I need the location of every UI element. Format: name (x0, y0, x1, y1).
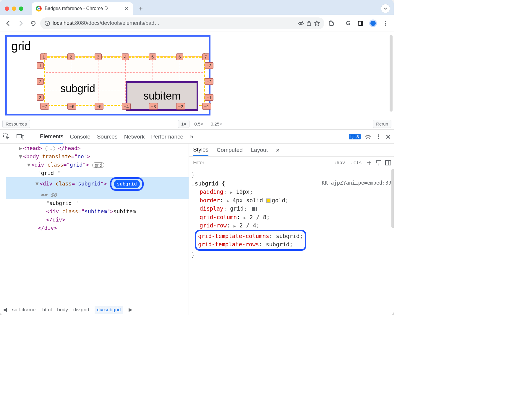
gridline-num: 4 (122, 53, 129, 60)
gridline-num: 2 (67, 53, 74, 60)
styles-scrollbar[interactable] (391, 169, 394, 228)
gridline-num: −2 (205, 78, 213, 85)
settings-icon[interactable] (365, 134, 371, 140)
close-window[interactable] (5, 6, 9, 11)
cls-toggle[interactable]: .cls (349, 159, 363, 166)
more-styles-tabs[interactable]: » (276, 146, 280, 154)
extensions-button[interactable] (326, 18, 337, 29)
gridline-num: 1 (37, 62, 44, 69)
close-tab-icon[interactable]: ✕ (124, 5, 129, 12)
side-panel-button[interactable] (355, 18, 366, 29)
tab-network[interactable]: Network (124, 134, 145, 140)
zoom-025x[interactable]: 0.25× (208, 120, 225, 128)
dom-tree[interactable]: ▶<head> … </head> ▼<body translate="no">… (0, 144, 189, 315)
crumb-item-active[interactable]: div.subgrid (95, 306, 123, 314)
subitem-label: subitem (143, 90, 181, 102)
maximize-window[interactable] (19, 6, 23, 11)
devtools: Elements Console Sources Network Perform… (0, 130, 394, 315)
crumb-item[interactable]: div.grid (73, 307, 89, 313)
subgrid-badge-callout: subgrid (110, 177, 143, 191)
window-controls (5, 6, 23, 11)
svg-rect-19 (376, 161, 381, 163)
tab-strip: Badges reference - Chrome D ✕ ＋ (0, 0, 394, 15)
tab-performance[interactable]: Performance (151, 134, 183, 140)
styles-filter-input[interactable] (191, 160, 330, 166)
tab-console[interactable]: Console (70, 134, 90, 140)
grid-badge[interactable]: grid (92, 162, 104, 168)
forward-button[interactable] (15, 18, 26, 29)
tab-computed[interactable]: Computed (217, 147, 243, 153)
close-devtools-icon[interactable] (385, 134, 391, 139)
chevron-down-icon (383, 6, 388, 11)
browser-menu-button[interactable] (380, 18, 391, 29)
svg-point-9 (385, 23, 386, 24)
devtools-tabs: Elements Console Sources Network Perform… (0, 130, 394, 144)
crumb-next[interactable]: ▶ (129, 307, 132, 313)
devtools-menu-icon[interactable] (375, 134, 381, 140)
svg-rect-24 (256, 207, 257, 209)
crumb-prev[interactable]: ◀ (3, 307, 7, 313)
star-icon[interactable] (314, 20, 320, 27)
gridline-num: −2 (176, 103, 185, 110)
gridline-num: 2 (37, 78, 44, 85)
crumb-item[interactable]: body (57, 307, 68, 313)
issues-badge[interactable]: 8 (349, 134, 361, 139)
gridline-num: 3 (95, 53, 102, 60)
eye-off-icon[interactable] (298, 20, 304, 27)
tab-sources[interactable]: Sources (97, 134, 118, 140)
new-style-rule-icon[interactable] (366, 159, 372, 166)
profile-button[interactable] (368, 18, 378, 29)
svg-rect-14 (351, 135, 355, 138)
browser-tab[interactable]: Badges reference - Chrome D ✕ (32, 2, 133, 15)
gridline-num: −1 (202, 103, 211, 110)
share-icon[interactable] (306, 20, 312, 26)
gridline-num: 3 (37, 94, 44, 101)
hov-toggle[interactable]: :hov (333, 159, 346, 166)
svg-rect-1 (47, 23, 48, 25)
crumb-item[interactable]: html (42, 307, 52, 313)
source-link[interactable]: KKrajpZ?ani…pe=embed:39 (322, 179, 391, 187)
tab-elements[interactable]: Elements (40, 133, 63, 144)
minimize-window[interactable] (12, 6, 16, 11)
svg-point-18 (378, 138, 379, 139)
gridline-num: −3 (149, 103, 158, 110)
zoom-05x[interactable]: 0.5× (191, 120, 206, 128)
zoom-1x[interactable]: 1× (178, 120, 189, 128)
rerun-button[interactable]: Rerun (373, 120, 391, 128)
gridline-num: 5 (149, 53, 156, 60)
svg-point-17 (378, 136, 379, 137)
address-bar[interactable]: localhost:8080/docs/devtools/elements/ba… (40, 17, 324, 29)
grid-editor-icon[interactable] (252, 207, 257, 211)
tab-layout[interactable]: Layout (251, 147, 268, 153)
subgrid-badge[interactable]: subgrid (114, 180, 140, 188)
css-rule[interactable]: } .subgrid {KKrajpZ?ani…pe=embed:39 padd… (189, 169, 394, 261)
tab-title: Badges reference - Chrome D (45, 6, 121, 11)
svg-point-8 (385, 21, 386, 22)
format-icon[interactable] (375, 159, 382, 166)
reload-button[interactable] (28, 18, 38, 29)
crumb-item[interactable]: sult-iframe. (12, 307, 37, 313)
color-swatch[interactable] (266, 198, 270, 203)
computed-panel-icon[interactable] (385, 159, 391, 166)
url-text: localhost:8080/docs/devtools/elements/ba… (53, 20, 160, 26)
gridline-num: −3 (205, 62, 213, 69)
svg-rect-12 (17, 134, 22, 138)
svg-point-15 (367, 136, 369, 138)
device-toggle-icon[interactable] (17, 134, 24, 140)
google-account-shortcut[interactable]: G (343, 18, 354, 29)
browser-toolbar: localhost:8080/docs/devtools/elements/ba… (0, 15, 394, 32)
resources-button[interactable]: Resources (2, 120, 30, 128)
gridline-num: −5 (95, 103, 103, 110)
tab-styles[interactable]: Styles (193, 146, 208, 156)
gridline-num: −6 (67, 103, 76, 110)
svg-rect-2 (47, 22, 48, 22)
back-button[interactable] (3, 18, 14, 29)
svg-point-16 (378, 134, 379, 136)
inspect-icon[interactable] (3, 133, 10, 140)
grid-container-visual: grid 1 (5, 35, 210, 115)
more-tabs-icon[interactable]: » (190, 133, 193, 141)
new-tab-button[interactable]: ＋ (135, 3, 146, 14)
styles-panel: Styles Computed Layout » :hov .cls (189, 144, 394, 315)
tab-search-button[interactable] (381, 4, 390, 13)
page-scrollbar[interactable] (390, 35, 393, 112)
